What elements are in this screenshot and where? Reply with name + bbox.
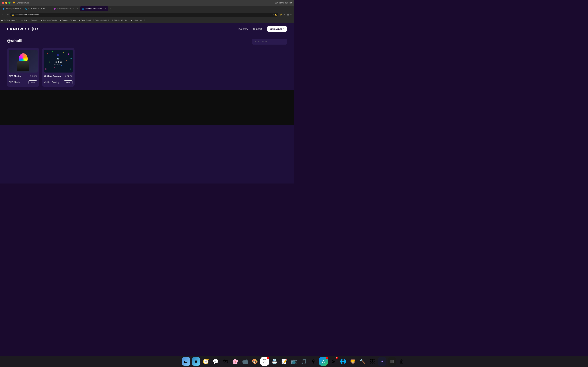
bookmark-favicon-2: ⚛ (21, 19, 23, 21)
url-text: localhost:3000/rahulll/events (15, 14, 39, 16)
bookmark-git[interactable]: ▶ Complete Git Atto... (60, 19, 77, 21)
tab-favicon-1: 🔷 (2, 8, 5, 10)
left-section: @rahulll TPG Meetup (7, 39, 245, 87)
inventory-link[interactable]: Inventory (238, 28, 248, 30)
dark-bottom-area (0, 90, 294, 125)
app-content: I KNOW SP TS Inventory Support 0x6a...92… (0, 23, 294, 184)
tab-label-3: Predicting Event Turnouts with INC... (57, 8, 75, 10)
bookmark-label-3: JavaScript Tutoria... (43, 19, 58, 21)
card-image-chillinq: 🔍 chillinq V.I.P. CARD (44, 50, 73, 73)
tab-predicting[interactable]: 🟣 Predicting Event Turnouts with INC... … (52, 6, 80, 11)
svg-point-7 (49, 61, 50, 63)
card-action-label-tpg: TPG Meetup (9, 81, 21, 83)
tab-localhost[interactable]: 🌐 localhost:3000/rahulll/events ✕ (80, 6, 108, 11)
back-button[interactable]: ‹ (1, 13, 3, 16)
card-price-chillinq: 0.01 Eth (65, 75, 72, 77)
bookmark-javascript[interactable]: ▶ JavaScript Tutoria... (41, 19, 58, 21)
fullscreen-window-button[interactable] (9, 2, 10, 4)
bookmark-thacks[interactable]: T T-Hacks 5.0 | Tea... (112, 19, 129, 21)
extensions-icon[interactable]: ⚡ (279, 13, 283, 16)
svg-point-5 (70, 58, 72, 59)
bookmark-react[interactable]: ⚛ React Js Tutorials... (21, 19, 39, 21)
logo-text-part2: TS (34, 27, 40, 31)
svg-point-11 (70, 68, 71, 70)
event-card-tpg[interactable]: TPG Meetup 0.01 Eth TPG Meetup View (7, 48, 39, 87)
chillinq-icon: 🔍 (57, 58, 60, 60)
tab-label-1: iKnowSpots/evm (6, 8, 18, 10)
bookmark-label-5: Code Search (81, 19, 91, 21)
tab-iknowspots[interactable]: 🔷 iKnowSpots/evm ✕ (1, 6, 23, 11)
brave-logo-icon: 🦁 (13, 1, 15, 4)
minimize-window-button[interactable] (5, 2, 7, 4)
title-bar-right: Sun 22 Oct 9:25 PM (275, 2, 292, 4)
tab-close-4[interactable]: ✕ (105, 8, 106, 9)
svg-point-8 (54, 67, 55, 68)
shield-icon: 🛡 (272, 14, 274, 16)
wallet-button[interactable]: 0x6a...92A1 ▾ (267, 26, 287, 32)
tab-ethglobal[interactable]: 🌐 ETHGlobal | ETHOnline 2023 ✕ (24, 6, 52, 11)
bookmark-favicon-7: T (112, 19, 113, 21)
settings-icon[interactable]: ⚙ (290, 13, 293, 16)
events-grid: TPG Meetup 0.01 Eth TPG Meetup View (7, 48, 245, 87)
svg-point-0 (47, 53, 48, 54)
card-title-row-tpg: TPG Meetup 0.01 Eth (9, 75, 37, 77)
username-heading: @rahulll (7, 39, 245, 43)
view-button-tpg[interactable]: View (28, 80, 37, 84)
bookmark-chilling[interactable]: ▲ chilling.com - Do... (130, 19, 147, 21)
tab-favicon-3: 🟣 (53, 8, 56, 10)
bookmark-codesearch[interactable]: ◈ Code Search (79, 19, 91, 21)
search-events-input[interactable] (252, 39, 287, 45)
card-info-chillinq: Chillinq Evening 0.01 Eth Chillinq Eveni… (44, 74, 73, 85)
tab-close-3[interactable]: ✕ (77, 8, 78, 9)
new-tab-button[interactable]: + (109, 7, 113, 10)
lock-icon: 🔒 (12, 14, 14, 16)
svg-point-6 (66, 60, 67, 61)
card-image-tpg (9, 50, 38, 73)
logo-text-part1: I KNOW SP (7, 27, 31, 31)
card-action-label-chillinq: Chillinq Evening (44, 81, 59, 83)
bookmark-favicon-5: ◈ (79, 19, 80, 21)
nav-right-icons: ⚡ ⬇ ▣ ⚙ (279, 13, 293, 16)
tab-label-4: localhost:3000/rahulll/events (85, 8, 104, 10)
bookmark-favicon-6: B (93, 19, 94, 21)
card-price-tpg: 0.01 Eth (30, 75, 37, 77)
event-card-chillinq[interactable]: 🔍 chillinq V.I.P. CARD Chillinq Evening … (42, 48, 75, 87)
traffic-lights (2, 2, 10, 4)
chillinq-card-visual: 🔍 chillinq V.I.P. CARD (44, 50, 73, 73)
card-title-chillinq: Chillinq Evening (44, 75, 61, 77)
tab-label-2: ETHGlobal | ETHOnline 2023 (28, 8, 47, 10)
bookmark-youtube[interactable]: ▶ YouTube Video Do... (1, 19, 19, 21)
svg-point-1 (52, 51, 53, 52)
tab-close-1[interactable]: ✕ (20, 8, 21, 9)
download-icon[interactable]: ⬇ (284, 13, 286, 16)
wallet-address: 0x6a...92A1 (270, 28, 282, 30)
logo-spot-icon (31, 27, 34, 31)
bookmark-label-7: T-Hacks 5.0 | Tea... (114, 19, 129, 21)
navigation-bar: ‹ › ↻ 🔒 localhost:3000/rahulll/events 🛡 … (0, 12, 294, 18)
system-clock: Sun 22 Oct 9:25 PM (275, 2, 292, 4)
bookmark-label-4: Complete Git Atto... (62, 19, 77, 21)
browser-name: Brave Browser (17, 2, 29, 4)
right-section (252, 39, 287, 87)
bookmark-getstarted[interactable]: B Get started with B... (93, 19, 110, 21)
reload-button[interactable]: ↻ (7, 13, 9, 16)
bookmark-favicon-8: ▲ (130, 19, 132, 21)
title-bar: 🦁 Brave Browser Sun 22 Oct 9:25 PM (0, 0, 294, 6)
svg-point-2 (57, 54, 59, 56)
card-title-row-chillinq: Chillinq Evening 0.01 Eth (44, 75, 72, 77)
close-window-button[interactable] (2, 2, 4, 4)
view-button-chillinq[interactable]: View (64, 80, 72, 84)
forward-button[interactable]: › (4, 13, 6, 16)
svg-point-10 (45, 68, 47, 70)
address-bar[interactable]: 🔒 localhost:3000/rahulll/events 🛡 🔔 (10, 13, 278, 17)
tab-favicon-4: 🌐 (82, 8, 84, 10)
address-bar-icons: 🛡 🔔 (272, 14, 277, 16)
support-link[interactable]: Support (253, 28, 262, 30)
notification-icon: 🔔 (275, 14, 277, 16)
bookmark-label-2: React Js Tutorials... (24, 19, 39, 21)
page-body: @rahulll TPG Meetup (0, 35, 294, 90)
card-action-row-tpg: TPG Meetup View (9, 80, 37, 84)
tabs-bar: 🔷 iKnowSpots/evm ✕ 🌐 ETHGlobal | ETHOnli… (0, 6, 294, 12)
tab-close-2[interactable]: ✕ (48, 8, 50, 9)
sidebar-icon[interactable]: ▣ (287, 13, 289, 16)
